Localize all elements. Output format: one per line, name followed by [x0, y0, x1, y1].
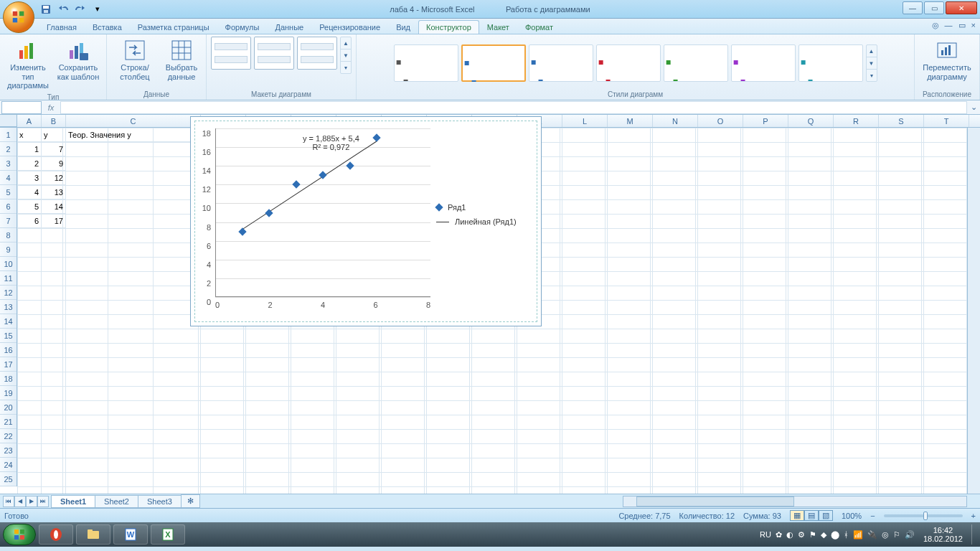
tray-icon[interactable]: ◎: [882, 530, 889, 540]
col-header-P[interactable]: P: [743, 115, 788, 127]
cell-B1[interactable]: y: [42, 128, 66, 142]
data-point[interactable]: [372, 133, 380, 141]
row-header-20[interactable]: 20: [0, 400, 17, 415]
data-point[interactable]: [346, 162, 354, 170]
chart-style-option[interactable]: [664, 44, 728, 82]
cell-A6[interactable]: 5: [17, 199, 42, 214]
last-sheet-button[interactable]: ⏭: [37, 496, 49, 507]
move-chart-button[interactable]: Переместить диаграмму: [919, 37, 975, 83]
cell-B5[interactable]: 13: [42, 185, 66, 199]
redo-icon[interactable]: [73, 2, 88, 17]
cell-A7[interactable]: 6: [17, 214, 42, 228]
mdi-close-icon[interactable]: ×: [971, 21, 976, 30]
cell-B7[interactable]: 17: [42, 214, 66, 228]
tab-Макет[interactable]: Макет: [479, 20, 517, 34]
cell-A5[interactable]: 4: [17, 185, 42, 199]
chart-style-option[interactable]: [461, 44, 526, 82]
close-button[interactable]: ✕: [946, 1, 977, 14]
save-as-template-button[interactable]: Сохранить как шаблон: [55, 37, 102, 83]
fx-icon[interactable]: fx: [42, 103, 60, 112]
tab-Разметка страницы[interactable]: Разметка страницы: [130, 20, 217, 34]
tab-Формулы[interactable]: Формулы: [217, 20, 268, 34]
taskbar-app-excel[interactable]: X: [151, 524, 185, 545]
tab-Формат[interactable]: Формат: [517, 20, 561, 34]
tray-icon[interactable]: ⬤: [831, 530, 839, 540]
col-header-B[interactable]: B: [42, 115, 66, 127]
row-header-13[interactable]: 13: [0, 300, 17, 314]
tab-Вид[interactable]: Вид: [388, 20, 418, 34]
tab-Главная[interactable]: Главная: [39, 20, 85, 34]
select-data-button[interactable]: Выбрать данные: [161, 37, 202, 83]
row-header-21[interactable]: 21: [0, 415, 17, 429]
cell-B2[interactable]: 7: [42, 142, 66, 156]
zoom-slider[interactable]: [884, 514, 963, 517]
cell-B4[interactable]: 12: [42, 171, 66, 185]
taskbar-app-opera[interactable]: [39, 524, 73, 545]
row-header-17[interactable]: 17: [0, 357, 17, 372]
embedded-chart[interactable]: 024681012141618 02468 Ряд1 Линейная (Ряд…: [190, 116, 542, 326]
tray-icon[interactable]: ⚑: [809, 530, 816, 540]
start-button[interactable]: [3, 524, 36, 545]
tab-Вставка[interactable]: Вставка: [85, 20, 130, 34]
col-header-S[interactable]: S: [879, 115, 924, 127]
qat-customize-icon[interactable]: ▾: [90, 2, 105, 17]
tray-lang[interactable]: RU: [760, 530, 771, 539]
col-header-Q[interactable]: Q: [788, 115, 834, 127]
formula-input[interactable]: [60, 101, 967, 114]
chart-layout-option[interactable]: [254, 37, 294, 70]
taskbar-app-word[interactable]: W: [113, 524, 148, 545]
row-header-14[interactable]: 14: [0, 314, 17, 329]
col-header-C[interactable]: C: [66, 115, 201, 127]
chart-style-option[interactable]: [394, 44, 458, 82]
tab-Рецензирование[interactable]: Рецензирование: [311, 20, 388, 34]
row-header-9[interactable]: 9: [0, 242, 17, 257]
data-point[interactable]: [292, 181, 300, 189]
save-icon[interactable]: [39, 2, 53, 17]
tray-action-center-icon[interactable]: ⚐: [893, 530, 900, 540]
row-header-3[interactable]: 3: [0, 156, 17, 171]
horizontal-scrollbar[interactable]: [623, 496, 967, 507]
row-header-11[interactable]: 11: [0, 271, 17, 286]
cell-A1[interactable]: x: [17, 128, 42, 142]
view-buttons[interactable]: ▦▤▧: [790, 510, 833, 521]
select-all-corner[interactable]: [0, 115, 17, 127]
row-header-25[interactable]: 25: [0, 472, 17, 486]
switch-row-col-button[interactable]: Строка/столбец: [111, 37, 159, 83]
chart-style-option[interactable]: [731, 44, 796, 82]
change-chart-type-button[interactable]: Изменить тип диаграммы: [4, 37, 52, 93]
col-header-L[interactable]: L: [562, 115, 608, 127]
row-header-8[interactable]: 8: [0, 228, 17, 242]
cell-A3[interactable]: 2: [17, 156, 42, 171]
chart-style-option[interactable]: [529, 44, 593, 82]
undo-icon[interactable]: [56, 2, 70, 17]
row-header-6[interactable]: 6: [0, 199, 17, 214]
row-header-22[interactable]: 22: [0, 429, 17, 443]
next-sheet-button[interactable]: ▶: [26, 496, 37, 507]
cell-A4[interactable]: 3: [17, 171, 42, 185]
col-header-N[interactable]: N: [653, 115, 698, 127]
zoom-out-button[interactable]: −: [870, 512, 875, 520]
data-point[interactable]: [238, 227, 246, 235]
row-header-1[interactable]: 1: [0, 128, 17, 142]
tray-volume-icon[interactable]: 🔊: [905, 530, 915, 540]
office-button[interactable]: [3, 1, 34, 33]
tray-network-icon[interactable]: 📶: [853, 530, 863, 540]
zoom-level[interactable]: 100%: [842, 512, 862, 520]
row-header-19[interactable]: 19: [0, 386, 17, 400]
col-header-T[interactable]: T: [924, 115, 969, 127]
row-header-7[interactable]: 7: [0, 214, 17, 228]
chart-layout-option[interactable]: [297, 37, 337, 70]
styles-more-button[interactable]: ▲▼▾: [866, 44, 877, 82]
cell-C1[interactable]: Теор. Значения у: [66, 128, 201, 142]
vertical-scrollbar[interactable]: [967, 128, 980, 494]
row-header-15[interactable]: 15: [0, 329, 17, 343]
show-desktop-button[interactable]: [971, 524, 977, 545]
mdi-minimize-icon[interactable]: —: [945, 21, 953, 30]
row-header-23[interactable]: 23: [0, 443, 17, 458]
help-icon[interactable]: ◎: [932, 21, 939, 30]
col-header-M[interactable]: M: [608, 115, 653, 127]
cell-B3[interactable]: 9: [42, 156, 66, 171]
zoom-in-button[interactable]: +: [971, 512, 976, 520]
sheet-tab-Sheet2[interactable]: Sheet2: [95, 495, 138, 508]
row-header-18[interactable]: 18: [0, 372, 17, 386]
